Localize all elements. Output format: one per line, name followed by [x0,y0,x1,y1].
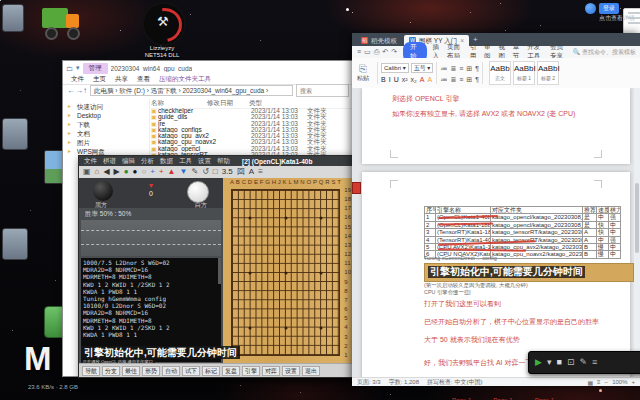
align-left-icon[interactable]: ≡ [459,64,463,73]
document-scrollbar[interactable] [634,88,640,378]
edit-icon[interactable]: ✎ [191,168,198,176]
add-blue-icon[interactable]: + [150,168,155,176]
go-menu-item[interactable]: 工具 [179,157,192,166]
go-menu-item[interactable]: 棋谱 [103,157,116,166]
superscript-button[interactable]: x² [402,75,408,84]
go-board[interactable]: ABCDEFGHJKLMNOPQRST 19181716151413121110… [223,178,353,364]
find-command-hint[interactable]: 🔍 查找命令、搜索模板 [573,48,636,57]
document-area[interactable]: 则选择 OPENCL 引擎 如果你没有独立显卡, 请选择 AVX2 或者 NOA… [352,88,634,378]
go-bottom-button[interactable]: 试下 [182,366,200,376]
next-move-icon[interactable]: ▶ [114,168,120,176]
numbered-list-icon[interactable]: ≣ [450,64,456,73]
go-bottom-button[interactable]: 自动 [162,366,180,376]
go-bottom-button[interactable]: 设置 [282,366,300,376]
go-bottom-button[interactable]: 最佳 [122,366,140,376]
desktop-icon-2[interactable] [2,118,28,150]
go-bottom-button[interactable]: 对弈 [262,366,280,376]
record-menu-button[interactable]: ≡ [592,358,597,367]
go-bottom-button[interactable]: 引擎 [242,366,260,376]
bold-button[interactable]: B [381,75,386,84]
address-path[interactable]: 此电脑 › 软件 (D:) › 迅雷下载 › 20230304_win64_gp… [90,85,293,96]
go-menu-item[interactable]: 编辑 [122,157,135,166]
zoom-level[interactable]: 100% [612,379,627,385]
sidebar-item[interactable]: ▸文档 [63,129,149,138]
stop-icon[interactable]: □ [213,168,218,176]
print-icon[interactable]: ⎙ [374,48,380,56]
subscript-button[interactable]: x₂ [411,75,417,84]
back-icon[interactable]: ← [67,86,75,95]
borders-icon[interactable]: ⊞ [466,75,472,84]
winrate-graph[interactable] [81,220,221,256]
style-item[interactable]: AaBb正文 [489,61,511,85]
view-mode-icon[interactable]: ▦ [587,379,593,386]
undo-icon[interactable]: ↶ [382,48,388,56]
desktop-icon-partial[interactable] [2,4,24,32]
prev-move-icon[interactable]: ◀ [103,168,109,176]
undo-icon[interactable]: ↺ [202,168,209,176]
scrollbar-thumb[interactable] [635,183,639,253]
doc-tab-templates[interactable]: 稻 稻壳模板 [356,35,402,46]
console-scrollbar[interactable] [218,258,221,284]
up-red-icon[interactable]: ▲ [168,168,176,176]
redo-icon[interactable]: ↷ [391,48,397,56]
login-badge[interactable]: 登录 [599,3,619,14]
quick-access-toolbar-icon[interactable]: ▾ [76,64,80,72]
zoom-out-icon[interactable]: − [605,379,609,385]
go-menu-item[interactable]: 设置 [198,157,211,166]
go-bottom-button[interactable]: 分支 [102,366,120,376]
column-header[interactable]: 名称 [151,99,207,108]
style-item[interactable]: AaBbI标题 2 [537,61,559,85]
draw-button[interactable]: ✎ [579,358,587,367]
outline-view-icon[interactable]: ≡ [597,379,601,385]
bullet-list-icon[interactable]: ≔ [440,75,447,84]
app-menu-icon[interactable]: ≡ [357,48,361,56]
italic-button[interactable]: I [389,75,391,84]
black-stone-icon[interactable]: ● [133,168,138,176]
go-menu-item[interactable]: 分析 [141,157,154,166]
go-bottom-button[interactable]: 形势 [142,366,160,376]
go-bottom-button[interactable]: 退出 [302,366,320,376]
add-red-icon[interactable]: + [159,168,164,176]
desktop-icon-truck-app[interactable] [40,2,82,42]
go-menu-item[interactable]: 文件 [84,157,97,166]
search-input[interactable] [296,84,349,97]
menu-icon[interactable]: ≡ [258,168,263,176]
record-dropdown-button[interactable]: ▾ [547,358,552,367]
go-bottom-button[interactable]: 复盘 [222,366,240,376]
bullet-list-icon[interactable]: ≔ [440,64,447,73]
align-left-icon[interactable]: ≡ [459,75,463,84]
letter-icon[interactable]: A [249,168,254,176]
go-menu-item[interactable]: 帮助 [217,157,230,166]
go-bottom-button[interactable]: 导航 [82,366,100,376]
sidebar-item[interactable]: ▸快速访问 [63,102,149,111]
zoom-in-icon[interactable]: + [631,379,635,385]
explorer-menu-item[interactable]: 共享 [115,75,128,84]
white-stone-icon[interactable]: ○ [141,168,146,176]
sidebar-item[interactable]: ▸Desktop [63,111,149,120]
desktop-icon-3[interactable] [2,228,28,260]
font-color-button[interactable]: A [420,75,425,84]
sidebar-item[interactable]: ▸图片 [63,138,149,147]
font-name-select[interactable]: Calibri ▾ [381,63,409,73]
enter-icon[interactable]: 回 [237,168,245,176]
underline-button[interactable]: U [394,75,399,84]
column-header[interactable]: 修改日期 [207,99,249,108]
save-icon[interactable]: ▭ [364,48,371,56]
paragraph-mark-icon[interactable]: ¶ [475,75,479,84]
record-stop-button[interactable]: ■ [556,358,561,367]
board-icon[interactable]: ▣ [83,168,91,176]
go-menu-item[interactable]: 数据 [160,157,173,166]
start-engine-icon[interactable]: ● [124,168,129,176]
down-blue-icon[interactable]: ▼ [180,168,188,176]
sidebar-item[interactable]: ▸下载 [63,120,149,129]
up-icon[interactable]: ↑ [83,86,87,95]
explorer-menu-item[interactable]: 文件 [71,75,84,84]
account-icon[interactable] [585,3,596,14]
explorer-menu-item[interactable]: 查看 [137,75,150,84]
board-grid[interactable] [231,189,340,356]
style-item[interactable]: AaBbI标题 1 [513,61,535,85]
font-size-select[interactable]: 五号 ▾ [411,63,434,73]
home-icon[interactable]: ⌂ [95,168,100,176]
record-play-button[interactable]: ▶ [535,358,542,367]
explorer-titlebar[interactable]: 🗀 ▾ 管理 20230304_win64_gpu_cuda [63,61,353,75]
